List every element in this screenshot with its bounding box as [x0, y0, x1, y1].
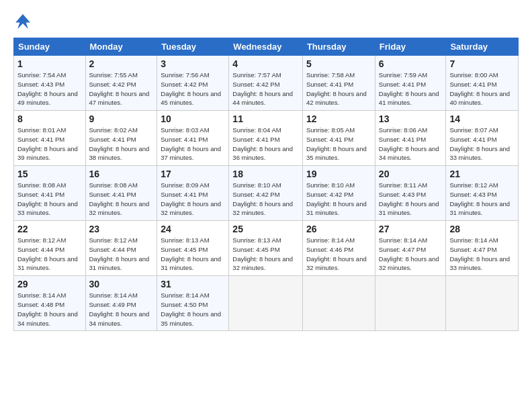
day-detail: Sunrise: 7:59 AMSunset: 4:41 PMDaylight:… — [379, 71, 439, 106]
svg-marker-0 — [15, 14, 30, 29]
day-number: 30 — [89, 279, 154, 289]
day-detail: Sunrise: 8:00 AMSunset: 4:41 PMDaylight:… — [449, 71, 510, 106]
calendar-cell: 5 Sunrise: 7:58 AMSunset: 4:41 PMDayligh… — [302, 56, 375, 111]
calendar-cell: 4 Sunrise: 7:57 AMSunset: 4:42 PMDayligh… — [229, 56, 303, 111]
day-number: 10 — [161, 113, 225, 124]
day-number: 8 — [17, 113, 82, 124]
day-detail: Sunrise: 8:02 AMSunset: 4:41 PMDaylight:… — [89, 126, 150, 161]
col-header-sunday: Sunday — [14, 38, 86, 56]
calendar-cell: 9 Sunrise: 8:02 AMSunset: 4:41 PMDayligh… — [85, 111, 157, 166]
day-detail: Sunrise: 8:01 AMSunset: 4:41 PMDaylight:… — [17, 126, 78, 161]
calendar-week-2: 8 Sunrise: 8:01 AMSunset: 4:41 PMDayligh… — [14, 111, 519, 166]
day-number: 21 — [449, 169, 515, 179]
calendar-cell: 14 Sunrise: 8:07 AMSunset: 4:41 PMDaylig… — [446, 111, 519, 166]
calendar-week-5: 29 Sunrise: 8:14 AMSunset: 4:48 PMDaylig… — [14, 276, 519, 331]
day-number: 6 — [379, 58, 443, 69]
day-detail: Sunrise: 8:08 AMSunset: 4:41 PMDaylight:… — [17, 181, 78, 216]
calendar-header-row: SundayMondayTuesdayWednesdayThursdayFrid… — [14, 38, 519, 56]
calendar-cell: 10 Sunrise: 8:03 AMSunset: 4:41 PMDaylig… — [157, 111, 229, 166]
calendar-cell: 31 Sunrise: 8:14 AMSunset: 4:50 PMDaylig… — [157, 276, 229, 331]
day-number: 26 — [306, 224, 371, 234]
calendar-cell: 26 Sunrise: 8:14 AMSunset: 4:46 PMDaylig… — [302, 221, 375, 276]
day-number: 19 — [306, 169, 371, 179]
day-detail: Sunrise: 7:55 AMSunset: 4:42 PMDaylight:… — [89, 71, 150, 106]
calendar-cell — [229, 276, 303, 331]
day-number: 20 — [379, 169, 443, 179]
logo — [13, 12, 35, 31]
calendar-cell: 27 Sunrise: 8:14 AMSunset: 4:47 PMDaylig… — [375, 221, 446, 276]
day-number: 27 — [379, 224, 443, 234]
day-number: 7 — [449, 58, 515, 69]
col-header-monday: Monday — [85, 38, 157, 56]
day-detail: Sunrise: 8:06 AMSunset: 4:41 PMDaylight:… — [379, 126, 439, 161]
calendar-cell: 20 Sunrise: 8:11 AMSunset: 4:43 PMDaylig… — [375, 166, 446, 221]
day-detail: Sunrise: 8:11 AMSunset: 4:43 PMDaylight:… — [379, 181, 439, 216]
calendar-table: SundayMondayTuesdayWednesdayThursdayFrid… — [13, 38, 519, 331]
calendar-cell: 16 Sunrise: 8:08 AMSunset: 4:41 PMDaylig… — [85, 166, 157, 221]
calendar-cell: 29 Sunrise: 8:14 AMSunset: 4:48 PMDaylig… — [14, 276, 86, 331]
day-number: 9 — [89, 113, 154, 124]
day-detail: Sunrise: 8:04 AMSunset: 4:41 PMDaylight:… — [232, 126, 293, 161]
day-detail: Sunrise: 8:14 AMSunset: 4:50 PMDaylight:… — [161, 291, 221, 326]
day-detail: Sunrise: 8:03 AMSunset: 4:41 PMDaylight:… — [161, 126, 221, 161]
day-detail: Sunrise: 8:14 AMSunset: 4:48 PMDaylight:… — [17, 291, 78, 326]
calendar-cell: 23 Sunrise: 8:12 AMSunset: 4:44 PMDaylig… — [85, 221, 157, 276]
calendar-week-4: 22 Sunrise: 8:12 AMSunset: 4:44 PMDaylig… — [14, 221, 519, 276]
calendar-cell: 19 Sunrise: 8:10 AMSunset: 4:42 PMDaylig… — [302, 166, 375, 221]
day-number: 5 — [306, 58, 371, 69]
col-header-saturday: Saturday — [446, 38, 519, 56]
day-number: 2 — [89, 58, 154, 69]
day-detail: Sunrise: 8:10 AMSunset: 4:42 PMDaylight:… — [232, 181, 293, 216]
day-detail: Sunrise: 8:05 AMSunset: 4:41 PMDaylight:… — [306, 126, 367, 161]
day-number: 3 — [161, 58, 225, 69]
calendar-cell: 2 Sunrise: 7:55 AMSunset: 4:42 PMDayligh… — [85, 56, 157, 111]
day-detail: Sunrise: 8:12 AMSunset: 4:44 PMDaylight:… — [17, 236, 78, 271]
day-number: 18 — [232, 169, 299, 179]
calendar-cell: 21 Sunrise: 8:12 AMSunset: 4:43 PMDaylig… — [446, 166, 519, 221]
day-number: 14 — [449, 113, 515, 124]
calendar-cell: 7 Sunrise: 8:00 AMSunset: 4:41 PMDayligh… — [446, 56, 519, 111]
calendar-cell: 12 Sunrise: 8:05 AMSunset: 4:41 PMDaylig… — [302, 111, 375, 166]
day-number: 15 — [17, 169, 82, 179]
day-number: 12 — [306, 113, 371, 124]
day-number: 29 — [17, 279, 82, 289]
day-detail: Sunrise: 8:13 AMSunset: 4:45 PMDaylight:… — [232, 236, 293, 271]
logo-icon — [13, 12, 32, 31]
col-header-wednesday: Wednesday — [229, 38, 303, 56]
day-number: 24 — [161, 224, 225, 234]
calendar-cell: 17 Sunrise: 8:09 AMSunset: 4:41 PMDaylig… — [157, 166, 229, 221]
page: SundayMondayTuesdayWednesdayThursdayFrid… — [0, 0, 532, 338]
calendar-cell: 24 Sunrise: 8:13 AMSunset: 4:45 PMDaylig… — [157, 221, 229, 276]
day-detail: Sunrise: 8:14 AMSunset: 4:46 PMDaylight:… — [306, 236, 367, 271]
calendar-cell: 3 Sunrise: 7:56 AMSunset: 4:42 PMDayligh… — [157, 56, 229, 111]
day-number: 11 — [232, 113, 299, 124]
day-detail: Sunrise: 7:58 AMSunset: 4:41 PMDaylight:… — [306, 71, 367, 106]
calendar-cell: 11 Sunrise: 8:04 AMSunset: 4:41 PMDaylig… — [229, 111, 303, 166]
day-number: 22 — [17, 224, 82, 234]
day-detail: Sunrise: 8:12 AMSunset: 4:44 PMDaylight:… — [89, 236, 150, 271]
day-number: 13 — [379, 113, 443, 124]
day-number: 4 — [232, 58, 299, 69]
calendar-cell — [302, 276, 375, 331]
calendar-week-1: 1 Sunrise: 7:54 AMSunset: 4:43 PMDayligh… — [14, 56, 519, 111]
day-number: 1 — [17, 58, 82, 69]
day-detail: Sunrise: 7:56 AMSunset: 4:42 PMDaylight:… — [161, 71, 221, 106]
calendar-cell: 1 Sunrise: 7:54 AMSunset: 4:43 PMDayligh… — [14, 56, 86, 111]
day-detail: Sunrise: 8:14 AMSunset: 4:49 PMDaylight:… — [89, 291, 150, 326]
calendar-cell: 22 Sunrise: 8:12 AMSunset: 4:44 PMDaylig… — [14, 221, 86, 276]
calendar-cell: 8 Sunrise: 8:01 AMSunset: 4:41 PMDayligh… — [14, 111, 86, 166]
day-detail: Sunrise: 8:14 AMSunset: 4:47 PMDaylight:… — [449, 236, 510, 271]
day-detail: Sunrise: 7:57 AMSunset: 4:42 PMDaylight:… — [232, 71, 293, 106]
day-number: 31 — [161, 279, 225, 289]
day-detail: Sunrise: 8:07 AMSunset: 4:41 PMDaylight:… — [449, 126, 510, 161]
calendar-cell: 13 Sunrise: 8:06 AMSunset: 4:41 PMDaylig… — [375, 111, 446, 166]
day-detail: Sunrise: 8:12 AMSunset: 4:43 PMDaylight:… — [449, 181, 510, 216]
calendar-cell: 18 Sunrise: 8:10 AMSunset: 4:42 PMDaylig… — [229, 166, 303, 221]
calendar-cell — [375, 276, 446, 331]
col-header-thursday: Thursday — [302, 38, 375, 56]
day-number: 25 — [232, 224, 299, 234]
calendar-cell: 30 Sunrise: 8:14 AMSunset: 4:49 PMDaylig… — [85, 276, 157, 331]
day-detail: Sunrise: 8:13 AMSunset: 4:45 PMDaylight:… — [161, 236, 221, 271]
day-number: 16 — [89, 169, 154, 179]
calendar-week-3: 15 Sunrise: 8:08 AMSunset: 4:41 PMDaylig… — [14, 166, 519, 221]
